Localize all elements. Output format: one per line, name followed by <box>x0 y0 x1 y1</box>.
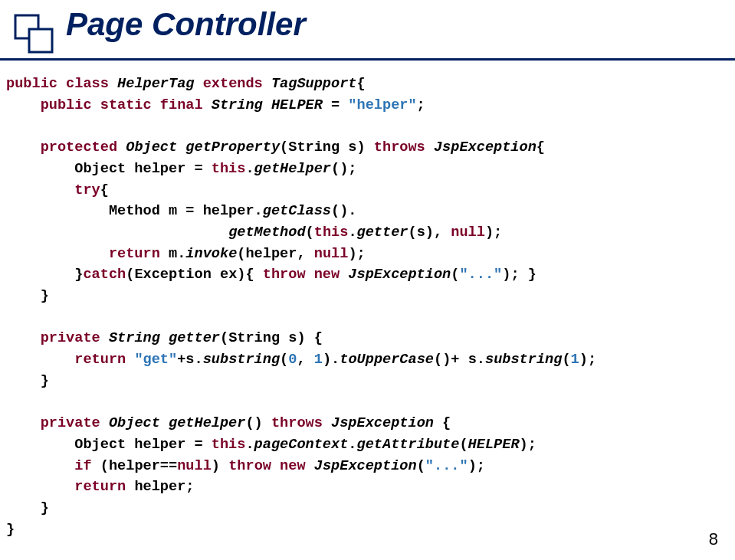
lit: 1 <box>571 352 579 368</box>
method: getter <box>169 330 220 346</box>
t: . <box>348 437 356 453</box>
t: (helper, <box>237 246 313 262</box>
t: m. <box>169 246 185 262</box>
kw: throws <box>271 415 331 431</box>
kw: private <box>6 330 109 346</box>
lit: 0 <box>288 352 297 368</box>
t: ); } <box>502 267 536 283</box>
slide-title: Page Controller <box>66 6 306 43</box>
type: JspException <box>348 267 451 283</box>
method: getMethod <box>228 224 305 241</box>
kw: return <box>6 479 134 495</box>
lit: "..." <box>459 267 502 283</box>
t: { <box>357 76 366 92</box>
field: pageContext <box>254 437 349 453</box>
method: getProperty <box>185 139 280 156</box>
t: ); <box>348 246 365 262</box>
const: HELPER <box>271 97 323 113</box>
t: (); <box>331 161 356 177</box>
t: Object helper = <box>6 161 212 177</box>
method: getAttribute <box>357 437 460 453</box>
slide: Page Controller public class HelperTag e… <box>0 0 735 560</box>
lit: "..." <box>425 458 468 474</box>
kw: catch <box>83 267 126 283</box>
t: (String s) { <box>220 330 323 346</box>
type: Object <box>109 415 169 431</box>
kw: extends <box>203 76 271 92</box>
type: Object <box>126 139 185 156</box>
t: ); <box>579 352 596 368</box>
t: (String s) <box>280 139 374 156</box>
t: ( <box>459 437 468 453</box>
type: String <box>212 97 271 113</box>
type: HelperTag <box>117 76 203 92</box>
t: ); <box>485 224 502 241</box>
method: getter <box>357 224 409 241</box>
t: Method m = helper. <box>6 203 263 219</box>
type: JspException <box>331 415 442 431</box>
kw: return <box>6 352 134 368</box>
type: JspException <box>434 139 536 156</box>
svg-rect-1 <box>29 29 52 52</box>
t: } <box>6 267 83 283</box>
t: ()+ s. <box>434 352 485 368</box>
logo-icon <box>11 11 58 58</box>
t: ); <box>468 458 485 474</box>
t: helper; <box>134 479 194 495</box>
lit: 1 <box>314 352 323 368</box>
t: ) <box>212 458 228 474</box>
t: (Exception ex){ <box>126 267 263 283</box>
page-number: 8 <box>709 529 718 549</box>
const: HELPER <box>468 437 520 453</box>
t: , <box>297 352 313 368</box>
kw: public static final <box>6 97 212 113</box>
t: (helper== <box>100 458 177 474</box>
t <box>6 224 228 241</box>
kw: throw new <box>228 458 314 474</box>
kw: this <box>212 437 246 453</box>
t: } <box>6 522 15 538</box>
method: invoke <box>185 246 237 262</box>
kw: throw new <box>263 267 349 283</box>
kw: protected <box>6 139 126 156</box>
kw: this <box>314 224 349 241</box>
method: getHelper <box>169 415 245 431</box>
kw: null <box>451 224 485 241</box>
kw: return <box>6 246 169 262</box>
t: ). <box>323 352 340 368</box>
kw: throws <box>374 139 434 156</box>
t: ( <box>306 224 314 241</box>
t: } <box>6 288 49 304</box>
code-block: public class HelperTag extends TagSuppor… <box>6 74 596 540</box>
kw: null <box>314 246 349 262</box>
t: (). <box>331 203 356 219</box>
method: substring <box>485 352 562 368</box>
t: { <box>536 139 545 156</box>
t: } <box>6 373 49 389</box>
method: getClass <box>263 203 331 219</box>
t: () <box>245 415 271 431</box>
t: ( <box>280 352 288 368</box>
type: String <box>109 330 169 346</box>
kw: private <box>6 415 109 431</box>
t: ( <box>562 352 570 368</box>
t: } <box>6 500 49 516</box>
kw: if <box>6 458 100 474</box>
t: (s), <box>409 224 451 241</box>
kw: public class <box>6 76 117 92</box>
lit: "helper" <box>348 97 416 113</box>
t: ); <box>520 437 536 453</box>
method: substring <box>203 352 280 368</box>
t: { <box>100 182 109 198</box>
t: Object helper = <box>6 437 212 453</box>
method: toUpperCase <box>340 352 434 368</box>
kw: this <box>212 161 246 177</box>
method: getHelper <box>254 161 331 177</box>
type: JspException <box>314 458 417 474</box>
t: ( <box>451 267 459 283</box>
kw: try <box>6 182 100 198</box>
t: ; <box>417 97 425 113</box>
kw: null <box>177 458 212 474</box>
t: { <box>442 415 451 431</box>
t: = <box>323 97 348 113</box>
